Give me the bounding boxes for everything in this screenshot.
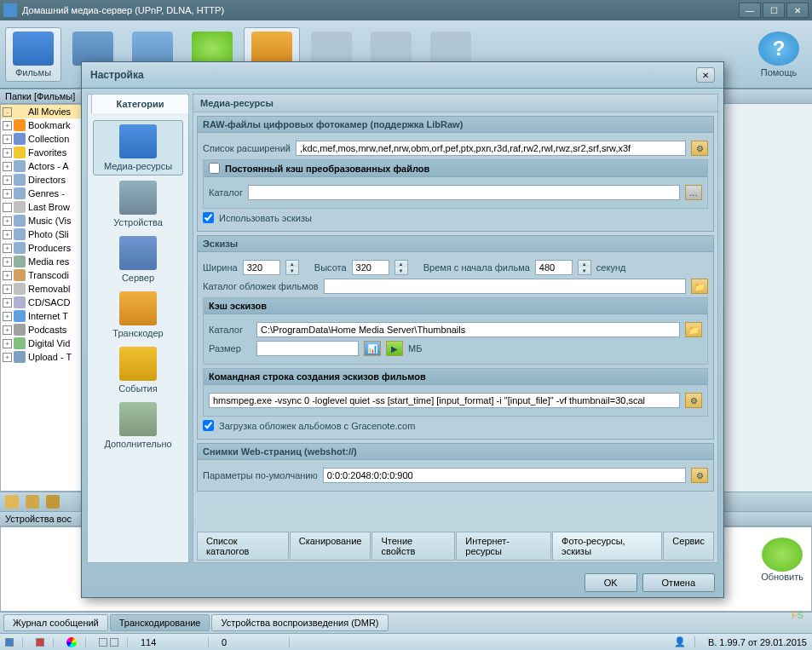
expand-icon[interactable]: + <box>3 148 12 158</box>
tree-label: Bookmark <box>28 120 71 130</box>
settings-tab[interactable]: Чтение свойств <box>371 532 455 561</box>
cancel-button[interactable]: Отмена <box>642 573 715 592</box>
tree-label: Directors <box>28 175 66 185</box>
expand-icon[interactable]: + <box>3 121 12 130</box>
category-item[interactable]: Дополнительно <box>93 399 183 452</box>
tree-label: Actors - A <box>28 161 69 171</box>
cache-catalog-input[interactable] <box>256 322 680 337</box>
calc-icon[interactable]: 📊 <box>364 341 381 356</box>
category-icon <box>119 402 157 436</box>
tab-transcode[interactable]: Транскодирование <box>110 614 210 631</box>
expand-icon[interactable]: + <box>3 325 12 335</box>
folder-icon <box>14 337 26 349</box>
settings-tab[interactable]: Интернет-ресурсы <box>456 532 551 561</box>
expand-icon[interactable]: + <box>3 257 12 267</box>
webshot-params-label: Параметры по-умолчанию <box>203 470 318 480</box>
browse-icon[interactable]: … <box>685 185 702 200</box>
spinner-buttons[interactable]: ▲▼ <box>394 260 408 275</box>
height-input[interactable] <box>352 260 389 275</box>
browse-folder-icon[interactable]: 📁 <box>685 322 702 337</box>
settings-tab[interactable]: Сканирование <box>290 532 371 561</box>
expand-icon[interactable]: + <box>3 135 12 144</box>
status-icon <box>36 638 44 647</box>
photo-icon <box>132 32 173 66</box>
covers-label: Каталог обложек фильмов <box>203 281 319 291</box>
raw-catalog-input[interactable] <box>248 185 680 200</box>
expand-icon[interactable]: + <box>3 353 12 362</box>
folder-action-icon[interactable] <box>5 495 19 509</box>
status-count: 114 <box>141 637 156 647</box>
expand-icon[interactable]: + <box>3 230 12 239</box>
close-icon[interactable]: ✕ <box>696 67 715 83</box>
webshot-params-input[interactable] <box>323 468 686 483</box>
cache-size-input[interactable] <box>256 341 359 356</box>
edit-icon[interactable]: ⚙ <box>691 141 708 156</box>
spinner-buttons[interactable]: ▲▼ <box>578 260 591 275</box>
tree-label: Upload - T <box>28 352 72 362</box>
category-icon <box>119 236 157 270</box>
width-input[interactable] <box>243 260 280 275</box>
expand-icon[interactable]: + <box>3 216 12 226</box>
tab-dmr[interactable]: Устройства воспроизведения (DMR) <box>211 614 388 631</box>
maximize-button[interactable]: ☐ <box>763 3 785 18</box>
expand-icon[interactable]: - <box>3 107 12 117</box>
expand-icon[interactable]: + <box>3 298 12 308</box>
cache-header: Кэш эскизов <box>204 298 707 314</box>
time-input[interactable] <box>535 260 573 275</box>
tree-label: Genres - <box>28 188 65 198</box>
folder-action-icon[interactable] <box>26 495 39 509</box>
ok-button[interactable]: OK <box>585 573 637 592</box>
expand-icon[interactable]: + <box>3 285 12 294</box>
ext-list-input[interactable] <box>296 141 686 156</box>
use-thumbs-checkbox[interactable] <box>203 212 214 223</box>
category-label: Сервер <box>122 273 154 283</box>
covers-input[interactable] <box>324 279 686 294</box>
edit-icon[interactable]: ⚙ <box>685 393 702 408</box>
settings-tab[interactable]: Фото-ресурсы, эскизы <box>552 532 662 561</box>
category-item[interactable]: Устройства <box>93 177 183 231</box>
folder-icon <box>14 242 26 254</box>
refresh-icon[interactable]: ▶ <box>386 341 403 356</box>
expand-icon[interactable]: + <box>3 189 12 198</box>
browse-folder-icon[interactable]: 📁 <box>691 279 708 294</box>
expand-icon[interactable]: + <box>3 312 12 321</box>
expand-icon[interactable] <box>3 203 12 212</box>
folder-icon <box>14 283 26 295</box>
tree-label: Last Brow <box>28 202 70 212</box>
expand-icon[interactable]: + <box>3 244 12 253</box>
settings-tab[interactable]: Список каталогов <box>197 532 289 561</box>
tree-label: Internet T <box>28 311 68 321</box>
tool-icon-6 <box>311 32 352 66</box>
category-item[interactable]: События <box>93 343 183 397</box>
perm-cache-checkbox[interactable] <box>209 163 220 174</box>
expand-icon[interactable]: + <box>3 271 12 280</box>
cache-catalog-label: Каталог <box>209 325 251 335</box>
help-button[interactable]: ? Помощь <box>751 27 807 82</box>
height-label: Высота <box>314 262 347 273</box>
settings-icon <box>251 32 292 66</box>
folder-icon <box>14 201 26 213</box>
settings-tab[interactable]: Сервис <box>663 532 714 561</box>
folder-icon <box>14 187 26 199</box>
category-icon <box>119 347 157 381</box>
folder-action-icon[interactable] <box>46 495 60 509</box>
app-icon <box>3 3 17 17</box>
category-item[interactable]: Сервер <box>93 233 183 286</box>
edit-icon[interactable]: ⚙ <box>691 468 708 483</box>
category-item[interactable]: Медиа-ресурсы <box>93 120 183 175</box>
folder-icon <box>14 351 26 363</box>
cmdline-input[interactable] <box>209 393 680 408</box>
spinner-buttons[interactable]: ▲▼ <box>285 260 299 275</box>
expand-icon[interactable]: + <box>3 175 12 185</box>
category-item[interactable]: Транскодер <box>93 288 183 342</box>
refresh-panel[interactable]: Обновить <box>761 538 803 582</box>
gracenote-checkbox[interactable] <box>203 420 214 431</box>
window-title: Домашний медиа-сервер (UPnP, DLNA, HTTP) <box>22 5 739 15</box>
minimize-button[interactable]: — <box>739 3 761 18</box>
expand-icon[interactable]: + <box>3 162 12 171</box>
expand-icon[interactable]: + <box>3 339 12 348</box>
tab-log[interactable]: Журнал сообщений <box>3 614 108 631</box>
folder-icon <box>14 256 26 267</box>
films-tab[interactable]: Фильмы <box>5 27 61 82</box>
close-button[interactable]: ✕ <box>786 3 809 18</box>
